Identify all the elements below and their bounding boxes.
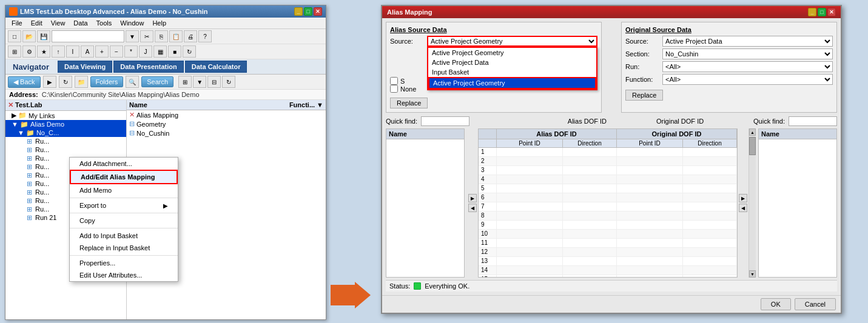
- row-dir1-2[interactable]: [563, 157, 617, 165]
- function-select[interactable]: <All>: [662, 74, 833, 85]
- ctx-export-to[interactable]: Export to ▶: [70, 199, 178, 211]
- open-btn[interactable]: 📂: [22, 30, 36, 42]
- row-pid1-2[interactable]: [497, 157, 563, 165]
- nav-arrow-right[interactable]: ▶: [468, 194, 477, 202]
- row-pid2-2[interactable]: [617, 157, 683, 165]
- alias-source-select[interactable]: Active Project Data Input Basket Active …: [427, 36, 597, 47]
- tree-item-ru1[interactable]: ⊞ Ru...: [5, 137, 126, 145]
- paste-btn[interactable]: 📋: [169, 30, 183, 42]
- tb2-btn10[interactable]: J: [139, 45, 152, 58]
- help-btn[interactable]: ?: [198, 30, 212, 42]
- tb2-btn1[interactable]: ⊞: [8, 45, 21, 58]
- ctx-add-input-basket[interactable]: Add to Input Basket: [70, 230, 178, 242]
- menu-view[interactable]: View: [47, 19, 69, 27]
- check-none[interactable]: [390, 85, 398, 93]
- dialog-max-btn[interactable]: □: [818, 8, 826, 16]
- minimize-button[interactable]: _: [294, 7, 303, 16]
- run-select[interactable]: <All>: [662, 61, 833, 72]
- right-item-geometry[interactable]: ⊟ Geometry: [127, 119, 326, 128]
- dd-active-project-geometry[interactable]: Active Project Geometry: [428, 48, 596, 58]
- new-btn[interactable]: □: [8, 30, 21, 42]
- tb2-btn3[interactable]: ★: [37, 45, 50, 58]
- refresh-btn[interactable]: ↻: [59, 76, 72, 88]
- folders-icon[interactable]: 📁: [75, 76, 88, 88]
- tree-item-mylinks[interactable]: ▶ 📁 My Links: [5, 111, 126, 120]
- dd-active-project-data[interactable]: Active Project Data: [428, 58, 596, 67]
- original-source-select[interactable]: Active Project Data: [662, 36, 833, 47]
- tb2-btn12[interactable]: ■: [168, 45, 181, 58]
- ok-button[interactable]: OK: [761, 298, 791, 310]
- tree-item-aliasdemo[interactable]: ▼ 📁 Alias Demo: [5, 120, 126, 128]
- tb2-btn7[interactable]: +: [95, 45, 109, 58]
- scrollbar-up-btn[interactable]: ▲: [749, 128, 756, 136]
- tb2-btn4[interactable]: ↑: [52, 45, 65, 58]
- search-icon[interactable]: 🔍: [126, 76, 139, 88]
- back-button[interactable]: ◀ Back: [8, 76, 41, 88]
- tb2-btn9[interactable]: *: [124, 45, 138, 58]
- check-s[interactable]: [390, 77, 398, 85]
- ctx-replace-input-basket[interactable]: Replace in Input Basket: [70, 242, 178, 254]
- dialog-close-btn[interactable]: ✕: [827, 8, 836, 16]
- view-toggle[interactable]: ⊞: [178, 76, 192, 88]
- ctx-properties[interactable]: Properties...: [70, 257, 178, 269]
- quick-find-input-left[interactable]: [421, 116, 469, 126]
- right-item-alias[interactable]: ✕ Alias Mapping: [127, 110, 326, 119]
- cancel-button[interactable]: Cancel: [795, 298, 836, 310]
- project-dropdown[interactable]: No_Cushin: [52, 30, 124, 42]
- forward-btn[interactable]: ▶: [43, 76, 56, 88]
- nav-arrow-left[interactable]: ◀: [468, 204, 477, 212]
- ctx-copy[interactable]: Copy: [70, 215, 178, 227]
- close-button[interactable]: ✕: [314, 7, 322, 16]
- ctx-add-edit-alias[interactable]: Add/Edit Alias Mapping: [70, 170, 178, 184]
- save-btn[interactable]: 💾: [37, 30, 50, 42]
- print-btn[interactable]: 🖨: [184, 30, 197, 42]
- right-item-nocushin[interactable]: ⊟ No_Cushin: [127, 128, 326, 138]
- scrollbar-thumb[interactable]: [749, 137, 756, 155]
- row-pid2-1[interactable]: [617, 148, 683, 156]
- tb2-btn13[interactable]: ↻: [183, 45, 196, 58]
- original-replace-button[interactable]: Replace: [625, 90, 663, 101]
- tb2-btn2[interactable]: ⚙: [22, 45, 36, 58]
- tb2-btn11[interactable]: ▦: [153, 45, 167, 58]
- ctx-add-memo[interactable]: Add Memo: [70, 184, 178, 196]
- row-dir2-1[interactable]: [683, 148, 737, 156]
- nav-right-right[interactable]: ▶: [739, 194, 747, 202]
- menu-window[interactable]: Window: [116, 19, 147, 27]
- copy-btn[interactable]: ⎘: [155, 30, 168, 42]
- menu-data[interactable]: Data: [70, 19, 91, 27]
- menu-file[interactable]: File: [8, 19, 26, 27]
- view-btn3[interactable]: ↻: [222, 76, 235, 88]
- tree-item-ru2[interactable]: ⊞ Ru...: [5, 145, 126, 154]
- search-button[interactable]: Search: [141, 76, 173, 87]
- menu-help[interactable]: Help: [149, 19, 170, 27]
- menu-tools[interactable]: Tools: [93, 19, 116, 27]
- row-dir1-1[interactable]: [563, 148, 617, 156]
- ctx-edit-user-attributes[interactable]: Edit User Attributes...: [70, 269, 178, 281]
- nav-right-left[interactable]: ◀: [739, 204, 747, 212]
- tree-item-nocushin[interactable]: ▼ 📁 No_C...: [5, 128, 126, 137]
- row-dir2-2[interactable]: [683, 157, 737, 165]
- menu-edit[interactable]: Edit: [27, 19, 46, 27]
- view-btn2[interactable]: ⊟: [207, 76, 221, 88]
- tab-data-presentation[interactable]: Data Presentation: [113, 61, 184, 73]
- folders-button[interactable]: Folders: [90, 76, 124, 87]
- tab-data-calculator[interactable]: Data Calculator: [185, 61, 247, 73]
- tb2-btn8[interactable]: −: [110, 45, 123, 58]
- grid-scrollbar[interactable]: ▲ ▼: [749, 128, 756, 278]
- row-pid1-1[interactable]: [497, 148, 563, 156]
- dropdown-arrow[interactable]: ▼: [126, 30, 139, 42]
- dialog-min-btn[interactable]: _: [808, 8, 816, 16]
- tab-data-viewing[interactable]: Data Viewing: [58, 61, 112, 73]
- tb2-btn6[interactable]: A: [81, 45, 94, 58]
- cut-btn[interactable]: ✂: [140, 30, 153, 42]
- section-select[interactable]: No_Cushin: [662, 48, 833, 59]
- dd-input-basket[interactable]: Input Basket: [428, 67, 596, 77]
- ctx-add-attachment[interactable]: Add Attachment...: [70, 158, 178, 170]
- alias-replace-button[interactable]: Replace: [390, 98, 428, 108]
- dd-active-project-geometry-selected[interactable]: Active Project Geometry: [428, 77, 596, 89]
- quick-find-input-right[interactable]: [789, 116, 837, 126]
- maximize-button[interactable]: □: [304, 7, 312, 16]
- scrollbar-down-btn[interactable]: ▼: [749, 270, 756, 278]
- view-dropdown[interactable]: ▼: [193, 76, 206, 88]
- tb2-btn5[interactable]: I: [66, 45, 79, 58]
